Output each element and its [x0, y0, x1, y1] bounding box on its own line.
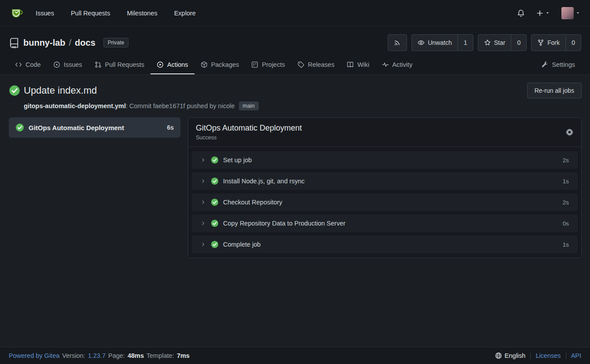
chevron-right-icon	[201, 221, 206, 226]
tab-label: Code	[26, 61, 41, 68]
stars-count[interactable]: 0	[511, 35, 526, 51]
watchers-count[interactable]: 1	[458, 35, 473, 51]
step-row[interactable]: Install Node.js, git, and rsync 1s	[192, 172, 578, 190]
rss-button[interactable]	[388, 35, 407, 51]
step-duration: 2s	[563, 157, 569, 164]
nav-issues[interactable]: Issues	[36, 10, 54, 17]
repo-owner-link[interactable]: bunny-lab	[23, 38, 66, 48]
repo-header: bunny-lab / docs Private	[0, 26, 590, 75]
forks-count[interactable]: 0	[565, 35, 581, 51]
repo-name-link[interactable]: docs	[75, 38, 95, 48]
step-duration: 1s	[563, 241, 569, 248]
licenses-link[interactable]: Licenses	[535, 352, 561, 359]
notifications-button[interactable]	[517, 9, 525, 17]
tab-wiki[interactable]: Wiki	[341, 56, 375, 74]
issue-circle-dot-icon	[53, 61, 60, 68]
version-value-link[interactable]: 1.23.7	[88, 352, 106, 359]
book-icon	[347, 61, 354, 68]
tab-code[interactable]: Code	[9, 56, 47, 74]
gear-icon	[565, 128, 574, 136]
api-link[interactable]: API	[571, 352, 581, 359]
run-subtitle: gitops-automatic-deployment.yml: Commit …	[24, 102, 582, 110]
step-name: Install Node.js, git, and rsync	[223, 178, 304, 185]
job-list-sidebar: GitOps Automatic Deployment 6s	[9, 117, 180, 138]
tag-icon	[297, 61, 304, 68]
success-check-circle-icon	[211, 219, 219, 227]
star-button[interactable]: Star	[478, 35, 511, 51]
pull-request-icon	[95, 61, 102, 68]
language-label: English	[505, 352, 526, 359]
unwatch-label: Unwatch	[428, 39, 451, 46]
step-name: Copy Repository Data to Production Serve…	[223, 220, 345, 227]
run-body: GitOps Automatic Deployment 6s GitOps Au…	[9, 117, 582, 258]
rerun-all-jobs-button[interactable]: Re-run all jobs	[527, 83, 582, 98]
success-check-circle-icon	[211, 156, 219, 164]
language-selector[interactable]: English	[495, 352, 526, 359]
job-options-button[interactable]	[565, 128, 574, 136]
gitea-logo[interactable]	[10, 6, 23, 20]
powered-by-gitea-link[interactable]: Powered by Gitea	[9, 352, 59, 359]
private-badge: Private	[103, 38, 128, 47]
job-panel-header: GitOps Automatic Deployment Success	[188, 118, 581, 147]
template-time-label: Template:	[147, 352, 174, 359]
tab-label: Pull Requests	[105, 61, 144, 68]
play-circle-icon	[157, 61, 164, 68]
footer-divider	[530, 353, 531, 359]
tab-issues[interactable]: Issues	[47, 56, 88, 74]
tab-label: Wiki	[357, 61, 369, 68]
job-detail-panel: GitOps Automatic Deployment Success	[188, 117, 582, 258]
step-list: Set up job 2s Install Node.js, git, and …	[188, 147, 581, 258]
star-icon	[484, 39, 491, 46]
step-duration: 0s	[563, 220, 569, 227]
tab-settings[interactable]: Settings	[535, 56, 581, 74]
success-check-circle-icon	[211, 198, 219, 206]
repo-name-group: bunny-lab / docs Private	[9, 37, 128, 48]
eye-icon	[418, 39, 425, 46]
step-row[interactable]: Complete job 1s	[192, 236, 578, 253]
tab-packages[interactable]: Packages	[194, 56, 246, 74]
branch-badge[interactable]: main	[239, 102, 259, 110]
step-name: Complete job	[223, 241, 260, 248]
chevron-right-icon	[201, 200, 206, 205]
tab-actions[interactable]: Actions	[150, 56, 194, 74]
tab-activity[interactable]: Activity	[376, 56, 419, 74]
success-check-circle-icon	[211, 177, 219, 185]
user-menu-button[interactable]	[561, 7, 580, 19]
page-footer: Powered by Gitea Version: 1.23.7 Page: 4…	[0, 347, 590, 364]
project-board-icon	[251, 61, 258, 68]
step-row[interactable]: Set up job 2s	[192, 151, 578, 169]
gitea-logo-icon	[10, 6, 23, 20]
tab-label: Activity	[392, 61, 413, 68]
step-row[interactable]: Copy Repository Data to Production Serve…	[192, 215, 578, 232]
run-title: Update index.md	[24, 85, 97, 96]
nav-explore[interactable]: Explore	[174, 10, 196, 17]
user-avatar	[561, 7, 574, 19]
job-panel-title: GitOps Automatic Deployment	[196, 124, 302, 133]
unwatch-button[interactable]: Unwatch	[412, 35, 457, 51]
step-duration: 2s	[563, 199, 569, 206]
tab-label: Issues	[64, 61, 82, 68]
success-check-circle-icon	[15, 123, 24, 132]
footer-divider	[566, 353, 566, 359]
step-row[interactable]: Checkout Repository 2s	[192, 193, 578, 211]
commit-hash-link[interactable]: faebe1671f	[153, 102, 185, 109]
repo-actions: Unwatch 1 Star 0	[388, 34, 581, 51]
job-list-item-selected[interactable]: GitOps Automatic Deployment 6s	[9, 117, 180, 138]
tab-pull-requests[interactable]: Pull Requests	[88, 56, 150, 74]
star-button-group: Star 0	[478, 34, 527, 51]
tab-projects[interactable]: Projects	[245, 56, 291, 74]
nav-pull-requests[interactable]: Pull Requests	[71, 10, 110, 17]
step-name: Set up job	[223, 157, 252, 164]
fork-button[interactable]: Fork	[531, 35, 565, 51]
nav-milestones[interactable]: Milestones	[127, 10, 157, 17]
fork-button-group: Fork 0	[531, 34, 581, 51]
step-name: Checkout Repository	[223, 199, 282, 206]
tab-label: Projects	[262, 61, 285, 68]
job-panel-titles: GitOps Automatic Deployment Success	[196, 124, 302, 141]
tab-releases[interactable]: Releases	[291, 56, 341, 74]
repo-separator: /	[69, 38, 72, 48]
rss-icon	[394, 39, 401, 46]
create-new-button[interactable]	[536, 10, 550, 17]
pulse-icon	[382, 61, 389, 68]
success-check-circle-icon	[211, 240, 219, 248]
